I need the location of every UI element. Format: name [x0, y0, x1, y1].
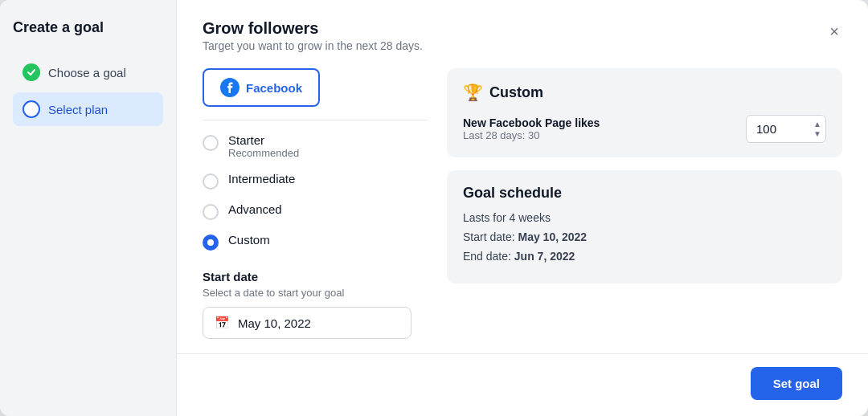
schedule-card: Goal schedule Lasts for 4 weeks Start da…	[447, 170, 842, 283]
calendar-icon: 📅	[215, 316, 230, 330]
radio-custom	[203, 235, 219, 251]
start-date-label-text: Start date:	[463, 230, 515, 243]
start-date-hint: Select a date to start your goal	[203, 287, 428, 299]
sidebar-item-choose-goal[interactable]: Choose a goal	[13, 55, 163, 89]
starter-label: Starter	[228, 133, 299, 147]
plan-option-advanced[interactable]: Advanced	[203, 202, 428, 220]
schedule-start-date: Start date: May 10, 2022	[463, 230, 826, 243]
main-header: Grow followers Target you want to grow i…	[203, 19, 842, 52]
date-value: May 10, 2022	[238, 316, 311, 330]
radio-starter	[203, 135, 219, 151]
custom-metric-info: New Facebook Page likes Last 28 days: 30	[463, 116, 600, 141]
number-input-wrapper: ▲ ▼	[746, 115, 826, 143]
main-wrapper: Grow followers Target you want to grow i…	[177, 0, 868, 416]
schedule-duration: Lasts for 4 weeks	[463, 211, 826, 224]
divider	[203, 120, 428, 120]
start-date-value-text: May 10, 2022	[518, 230, 587, 243]
close-button[interactable]: ×	[826, 19, 842, 44]
left-panel: Facebook Starter Recommended	[203, 68, 428, 339]
starter-sublabel: Recommended	[228, 147, 299, 159]
date-input[interactable]: 📅 May 10, 2022	[203, 307, 411, 339]
set-goal-button[interactable]: Set goal	[751, 367, 842, 400]
modal: Create a goal Choose a goal Select plan …	[0, 0, 868, 416]
schedule-end-date: End date: Jun 7, 2022	[463, 250, 826, 263]
custom-card-title-text: Custom	[489, 84, 543, 101]
radio-advanced	[203, 204, 219, 220]
end-date-label-text: End date:	[463, 250, 511, 263]
sidebar-title: Create a goal	[13, 19, 163, 36]
increment-button[interactable]: ▲	[813, 120, 821, 128]
plan-radio-group: Starter Recommended Intermediate Advance…	[203, 133, 428, 251]
sidebar: Create a goal Choose a goal Select plan	[0, 0, 177, 416]
advanced-label: Advanced	[228, 202, 282, 216]
facebook-button-label: Facebook	[246, 81, 302, 95]
sidebar-item-label-choose-goal: Choose a goal	[48, 66, 126, 80]
sidebar-item-select-plan[interactable]: Select plan	[13, 92, 163, 126]
end-date-value-text: Jun 7, 2022	[514, 250, 575, 263]
custom-metric-label: New Facebook Page likes	[463, 116, 600, 129]
plan-option-intermediate[interactable]: Intermediate	[203, 172, 428, 190]
plan-option-starter[interactable]: Starter Recommended	[203, 133, 428, 159]
starter-label-wrapper: Starter Recommended	[228, 133, 299, 159]
start-date-label: Start date	[203, 270, 428, 283]
sidebar-item-label-select-plan: Select plan	[48, 103, 108, 116]
custom-label: Custom	[228, 233, 270, 247]
main-content: Grow followers Target you want to grow i…	[177, 0, 868, 353]
check-icon	[23, 63, 40, 81]
start-date-section: Start date Select a date to start your g…	[203, 270, 428, 339]
main-title: Grow followers	[203, 19, 423, 38]
number-arrows: ▲ ▼	[813, 120, 821, 138]
main-subtitle: Target you want to grow in the next 28 d…	[203, 39, 423, 52]
custom-metric-sublabel: Last 28 days: 30	[463, 129, 600, 141]
right-panel: 🏆 Custom New Facebook Page likes Last 28…	[447, 68, 842, 339]
plan-option-custom[interactable]: Custom	[203, 233, 428, 251]
facebook-button[interactable]: Facebook	[203, 68, 320, 107]
decrement-button[interactable]: ▼	[813, 130, 821, 138]
footer: Set goal	[177, 353, 868, 416]
custom-card-title: 🏆 Custom	[463, 83, 826, 102]
facebook-icon	[220, 78, 240, 97]
schedule-title: Goal schedule	[463, 185, 826, 202]
radio-empty-icon	[23, 100, 40, 118]
intermediate-label: Intermediate	[228, 172, 295, 186]
custom-card: 🏆 Custom New Facebook Page likes Last 28…	[447, 68, 842, 157]
content-area: Facebook Starter Recommended	[203, 68, 842, 339]
header-text: Grow followers Target you want to grow i…	[203, 19, 423, 52]
custom-metric-row: New Facebook Page likes Last 28 days: 30…	[463, 115, 826, 143]
radio-intermediate	[203, 173, 219, 190]
trophy-icon: 🏆	[463, 83, 483, 102]
